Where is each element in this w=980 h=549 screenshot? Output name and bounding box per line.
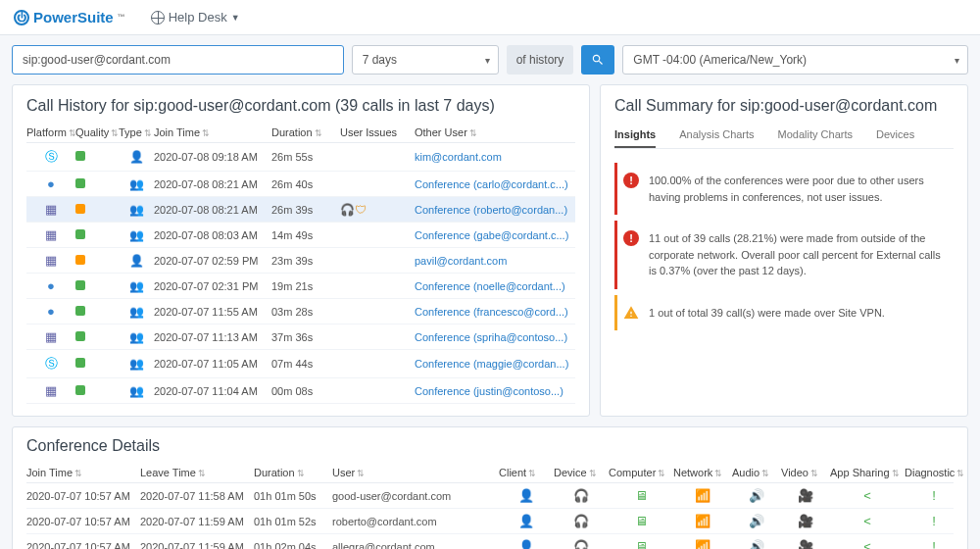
details-row[interactable]: 2020-07-07 10:57 AM2020-07-07 11:59 AM01… — [26, 534, 954, 549]
tab-analysis-charts[interactable]: Analysis Charts — [679, 123, 754, 148]
helpdesk-menu[interactable]: Help Desk ▼ — [151, 10, 240, 25]
stat-network-icon: 📶 — [673, 488, 732, 503]
dcol-user[interactable]: User⇅ — [332, 467, 499, 478]
d-user: roberto@cordant.com — [332, 516, 499, 527]
dcol-appshare[interactable]: App Sharing⇅ — [830, 467, 905, 478]
details-row[interactable]: 2020-07-07 10:57 AM2020-07-07 11:59 AM01… — [26, 509, 954, 534]
col-duration[interactable]: Duration⇅ — [271, 126, 340, 138]
tab-devices[interactable]: Devices — [876, 123, 914, 148]
col-quality[interactable]: Quality⇅ — [75, 126, 119, 138]
join-time: 2020-07-08 08:03 AM — [154, 229, 271, 241]
search-button[interactable] — [581, 45, 614, 75]
error-icon: ! — [623, 230, 639, 246]
d-leave: 2020-07-07 11:59 AM — [140, 516, 254, 527]
history-row[interactable]: ▦👥2020-07-07 11:04 AM00m 08sConference (… — [26, 378, 575, 404]
insight-text: 100.00% of the conferences were poor due… — [649, 173, 948, 205]
dcol-join[interactable]: Join Time⇅ — [26, 467, 140, 478]
history-row[interactable]: ▦👤2020-07-07 02:59 PM23m 39spavil@cordan… — [26, 248, 575, 274]
d-join: 2020-07-07 10:57 AM — [26, 490, 140, 502]
stat-diagnostic-icon: ! — [905, 488, 963, 503]
conference-details-title: Conference Details — [26, 437, 954, 455]
brand-logo[interactable]: ⏻ PowerSuite™ — [14, 9, 125, 25]
insight-item: !100.00% of the conferences were poor du… — [614, 163, 954, 215]
col-other[interactable]: Other User⇅ — [415, 126, 575, 138]
stat-diagnostic-icon: ! — [905, 539, 963, 549]
range-dropdown[interactable]: 7 days — [352, 45, 499, 75]
stat-video-icon: 🎥 — [781, 488, 830, 503]
col-issues[interactable]: User Issues — [340, 126, 415, 138]
stat-audio-icon: 🔊 — [732, 488, 781, 503]
history-row[interactable]: Ⓢ👤2020-07-08 09:18 AM26m 55skim@cordant.… — [26, 143, 575, 172]
dcol-diag[interactable]: Diagnostic⇅ — [905, 467, 963, 478]
history-row[interactable]: ▦👥2020-07-08 08:03 AM14m 49sConference (… — [26, 223, 575, 248]
error-icon: ! — [623, 173, 639, 188]
other-user-link[interactable]: Conference (francesco@cord...) — [415, 306, 575, 318]
duration: 26m 40s — [271, 178, 340, 190]
other-user-link[interactable]: pavil@cordant.com — [415, 255, 575, 267]
history-row[interactable]: ●👥2020-07-07 02:31 PM19m 21sConference (… — [26, 274, 575, 299]
tab-modality-charts[interactable]: Modality Charts — [778, 123, 853, 148]
type-icon: 👥 — [119, 228, 154, 242]
quality-dot — [75, 306, 119, 318]
stat-appshare-icon: < — [830, 488, 905, 503]
join-time: 2020-07-07 11:13 AM — [154, 331, 271, 343]
history-row[interactable]: ▦👥2020-07-08 08:21 AM26m 39s🎧🛡Conference… — [26, 197, 575, 223]
other-user-link[interactable]: Conference (maggie@cordan...) — [415, 358, 575, 370]
join-time: 2020-07-07 11:05 AM — [154, 358, 271, 370]
other-user-link[interactable]: Conference (gabe@cordant.c...) — [415, 229, 575, 241]
stat-computer-icon: 🖥 — [609, 539, 673, 549]
d-dur: 01h 02m 04s — [254, 541, 332, 550]
caret-down-icon: ▼ — [231, 13, 240, 23]
type-icon: 👥 — [119, 279, 154, 293]
dcol-leave[interactable]: Leave Time⇅ — [140, 467, 254, 478]
duration: 37m 36s — [271, 331, 340, 343]
other-user-link[interactable]: Conference (spriha@contoso...) — [415, 331, 575, 343]
quality-dot — [75, 385, 119, 397]
details-header: Join Time⇅ Leave Time⇅ Duration⇅ User⇅ C… — [26, 463, 954, 483]
other-user-link[interactable]: kim@cordant.com — [415, 151, 575, 163]
join-time: 2020-07-08 08:21 AM — [154, 178, 271, 190]
dcol-computer[interactable]: Computer⇅ — [609, 467, 673, 478]
quality-dot — [75, 178, 119, 190]
col-type[interactable]: Type⇅ — [119, 126, 154, 138]
dcol-device[interactable]: Device⇅ — [554, 467, 609, 478]
dcol-video[interactable]: Video⇅ — [781, 467, 830, 478]
other-user-link[interactable]: Conference (justin@contoso...) — [415, 385, 575, 397]
duration: 23m 39s — [271, 255, 340, 267]
history-row[interactable]: ●👥2020-07-08 08:21 AM26m 40sConference (… — [26, 172, 575, 197]
stat-audio-icon: 🔊 — [732, 539, 781, 549]
history-label: of history — [507, 45, 574, 75]
other-user-link[interactable]: Conference (roberto@cordan...) — [415, 204, 575, 216]
history-row[interactable]: ●👥2020-07-07 11:55 AM03m 28sConference (… — [26, 299, 575, 324]
other-user-link[interactable]: Conference (carlo@cordant.c...) — [415, 178, 575, 190]
platform-icon: ● — [26, 304, 75, 319]
platform-icon: ● — [26, 176, 75, 191]
d-dur: 01h 01m 50s — [254, 490, 332, 502]
dcol-dur[interactable]: Duration⇅ — [254, 467, 332, 478]
dcol-audio[interactable]: Audio⇅ — [732, 467, 781, 478]
tab-insights[interactable]: Insights — [614, 123, 656, 148]
search-input[interactable] — [12, 45, 344, 75]
dcol-client[interactable]: Client⇅ — [499, 467, 554, 478]
helpdesk-label: Help Desk — [169, 10, 227, 25]
platform-icon: ▦ — [26, 227, 75, 242]
platform-icon: Ⓢ — [26, 148, 75, 166]
duration: 14m 49s — [271, 229, 340, 241]
user-issues: 🎧🛡 — [340, 203, 415, 217]
col-platform[interactable]: Platform⇅ — [26, 126, 75, 138]
other-user-link[interactable]: Conference (noelle@cordant...) — [415, 280, 575, 292]
platform-icon: ● — [26, 278, 75, 293]
platform-icon: Ⓢ — [26, 355, 75, 373]
details-row[interactable]: 2020-07-07 10:57 AM2020-07-07 11:58 AM01… — [26, 483, 954, 509]
insight-item: !11 out of 39 calls (28.21%) were made f… — [614, 221, 954, 289]
duration: 07m 44s — [271, 358, 340, 370]
col-join[interactable]: Join Time⇅ — [154, 126, 271, 138]
stat-computer-icon: 🖥 — [609, 488, 673, 503]
call-summary-panel: Call Summary for sip:good-user@cordant.c… — [600, 84, 968, 417]
quality-dot — [75, 204, 119, 216]
quality-dot — [75, 358, 119, 370]
dcol-network[interactable]: Network⇅ — [673, 467, 732, 478]
history-row[interactable]: Ⓢ👥2020-07-07 11:05 AM07m 44sConference (… — [26, 350, 575, 378]
timezone-dropdown[interactable]: GMT -04:00 (America/New_York) — [622, 45, 968, 75]
history-row[interactable]: ▦👥2020-07-07 11:13 AM37m 36sConference (… — [26, 324, 575, 350]
